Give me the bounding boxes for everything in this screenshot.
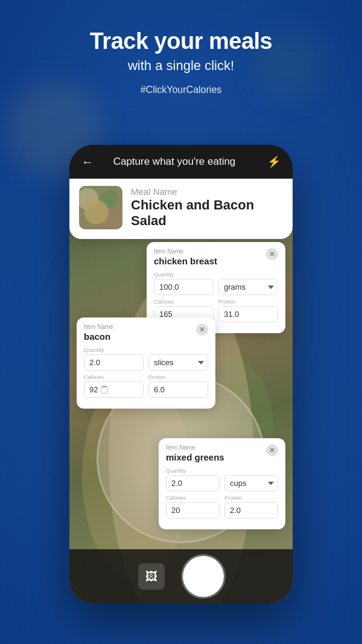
bacon-item-name[interactable]: bacon xyxy=(84,331,110,342)
header-section: Track your meals with a single click! #C… xyxy=(90,0,273,95)
chicken-quantity-field: Quantity xyxy=(154,272,214,295)
greens-nutrition-row: Calories 20 Protein 2.0 xyxy=(166,495,278,518)
bacon-quantity-input[interactable] xyxy=(84,354,144,371)
bacon-unit-select[interactable]: slices xyxy=(148,354,208,371)
chicken-close-button[interactable]: ✕ xyxy=(266,248,278,260)
bacon-nutrition-row: Calories 92 Protein 6.0 xyxy=(84,374,208,398)
greens-protein-field: Protein 2.0 xyxy=(224,495,278,518)
chicken-item-label: Item Name xyxy=(154,248,217,255)
bacon-quantity-label: Quantity xyxy=(84,347,144,353)
card-header-greens: Item Name mixed greens ✕ xyxy=(166,444,278,463)
hashtag: #ClickYourCalories xyxy=(90,84,273,95)
card-header-bacon: Item Name bacon ✕ xyxy=(84,324,208,342)
chicken-quantity-row: Quantity grams xyxy=(154,272,278,295)
topbar-title: Capture what you're eating xyxy=(106,156,243,168)
chicken-protein-field: Protein 31.0 xyxy=(218,299,278,322)
page-container: Track your meals with a single click! #C… xyxy=(0,0,362,644)
bacon-quantity-row: Quantity slices xyxy=(84,347,208,371)
back-button[interactable]: ← xyxy=(81,155,98,169)
bacon-protein-value: 6.0 xyxy=(148,381,208,398)
greens-calories-field: Calories 20 xyxy=(166,495,220,518)
chicken-unit-select[interactable]: grams xyxy=(218,279,278,295)
phone-mockup: ← Capture what you're eating ⚡ Meal Name… xyxy=(69,145,293,604)
camera-bottom-bar: 🖼 xyxy=(69,549,293,604)
bacon-calories-field: Calories 92 xyxy=(84,374,144,398)
greens-protein-label: Protein xyxy=(224,495,278,501)
greens-item-name[interactable]: mixed greens xyxy=(166,452,224,462)
bacon-calories-value: 92 xyxy=(84,381,144,398)
greens-item-label: Item Name xyxy=(166,444,224,451)
meal-thumbnail-image xyxy=(79,186,122,229)
meal-name-card: Meal Name Chicken and Bacon Salad xyxy=(69,179,293,239)
subheadline: with a single click! xyxy=(90,58,273,74)
greens-protein-value: 2.0 xyxy=(224,502,278,518)
chicken-name-group: Item Name chicken breast xyxy=(154,248,217,267)
bacon-protein-label: Protein xyxy=(148,374,208,380)
bacon-spinner xyxy=(100,386,109,394)
greens-close-button[interactable]: ✕ xyxy=(266,444,278,456)
camera-view: Meal Name Chicken and Bacon Salad Item N… xyxy=(69,179,293,604)
meal-info: Meal Name Chicken and Bacon Salad xyxy=(131,187,283,229)
chicken-calories-label: Calories xyxy=(154,299,214,305)
item-card-bacon: Item Name bacon ✕ Quantity slices xyxy=(77,317,215,409)
chicken-quantity-label: Quantity xyxy=(154,272,214,278)
chicken-unit-field: grams xyxy=(218,279,278,295)
headline: Track your meals xyxy=(90,29,273,54)
greens-quantity-row: Quantity cups xyxy=(166,468,278,491)
chicken-protein-value: 31.0 xyxy=(218,306,278,322)
bacon-item-label: Item Name xyxy=(84,324,113,330)
gallery-button[interactable]: 🖼 xyxy=(138,563,165,590)
greens-unit-select[interactable]: cups xyxy=(224,475,278,491)
bacon-protein-field: Protein 6.0 xyxy=(148,374,208,398)
bacon-quantity-field: Quantity xyxy=(84,347,144,371)
chicken-item-name[interactable]: chicken breast xyxy=(154,256,217,266)
flash-icon[interactable]: ⚡ xyxy=(267,155,281,168)
card-header-chicken: Item Name chicken breast ✕ xyxy=(154,248,278,267)
greens-calories-label: Calories xyxy=(166,495,220,501)
greens-quantity-field: Quantity xyxy=(166,468,220,491)
phone-topbar: ← Capture what you're eating ⚡ xyxy=(69,145,293,179)
greens-calories-value: 20 xyxy=(166,502,220,518)
greens-quantity-input[interactable] xyxy=(166,475,220,491)
greens-quantity-label: Quantity xyxy=(166,468,220,474)
greens-unit-field: cups xyxy=(224,475,278,491)
meal-name-value[interactable]: Chicken and Bacon Salad xyxy=(131,197,283,229)
bacon-calories-label: Calories xyxy=(84,374,144,380)
meal-thumbnail xyxy=(79,186,122,229)
item-card-greens: Item Name mixed greens ✕ Quantity cups xyxy=(159,438,285,529)
chicken-protein-label: Protein xyxy=(218,299,278,305)
chicken-quantity-input[interactable] xyxy=(154,279,214,295)
greens-name-group: Item Name mixed greens xyxy=(166,444,224,463)
shutter-button[interactable] xyxy=(183,556,224,597)
meal-name-label: Meal Name xyxy=(131,187,177,197)
bacon-unit-field: slices xyxy=(148,354,208,371)
bacon-name-group: Item Name bacon xyxy=(84,324,113,342)
bacon-close-button[interactable]: ✕ xyxy=(196,324,208,336)
gallery-icon: 🖼 xyxy=(145,570,157,584)
